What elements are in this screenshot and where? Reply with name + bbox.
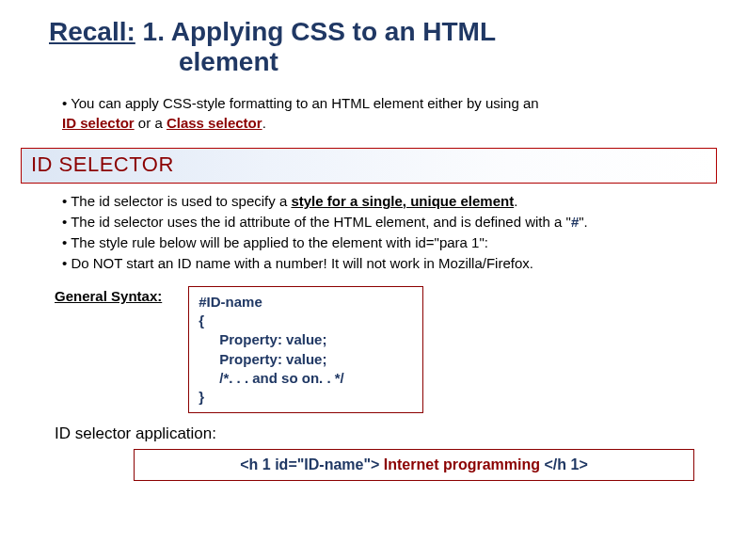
app-text: Internet programming xyxy=(384,456,545,472)
slide-title: Recall: 1. Applying CSS to an HTML eleme… xyxy=(49,17,713,77)
intro-pre: • You can apply CSS-style formatting to … xyxy=(62,95,539,111)
general-syntax-label: General Syntax: xyxy=(55,286,162,304)
bullet-4: • Do NOT start an ID name with a number!… xyxy=(62,253,713,273)
syntax-line-1: #ID-name xyxy=(199,294,262,310)
syntax-line-5: /*. . . and so on. . */ xyxy=(199,369,405,388)
bullet-3: • The style rule below will be applied t… xyxy=(62,232,713,252)
syntax-line-2: { xyxy=(199,312,204,328)
application-box: <h 1 id="ID-name"> Internet programming … xyxy=(134,449,694,481)
title-line2: element xyxy=(49,47,278,76)
title-rest: 1. Applying CSS to an HTML xyxy=(135,17,496,46)
hash-symbol: # xyxy=(571,214,579,230)
syntax-line-4: Property: value; xyxy=(199,350,405,369)
intro-end: . xyxy=(262,115,266,131)
app-tag-open: <h 1 id="ID-name"> xyxy=(240,456,384,472)
section-heading-box: ID SELECTOR xyxy=(21,148,717,184)
intro-paragraph: • You can apply CSS-style formatting to … xyxy=(62,94,713,133)
bullet-1-underline: style for a single, unique element xyxy=(291,193,514,209)
section-heading: ID SELECTOR xyxy=(31,152,707,177)
syntax-line-6: } xyxy=(199,389,204,405)
intro-mid: or a xyxy=(135,115,167,131)
id-selector-emph: ID selector xyxy=(62,115,135,131)
syntax-row: General Syntax: #ID-name { Property: val… xyxy=(55,286,713,414)
syntax-line-3: Property: value; xyxy=(199,330,405,349)
class-selector-emph: Class selector xyxy=(167,115,262,131)
application-label: ID selector application: xyxy=(55,424,713,443)
bullet-2: • The id selector uses the id attribute … xyxy=(62,212,713,232)
bullet-list: • The id selector is used to specify a s… xyxy=(62,191,713,273)
syntax-box: #ID-name { Property: value; Property: va… xyxy=(188,286,423,414)
slide-content: Recall: 1. Applying CSS to an HTML eleme… xyxy=(0,0,747,498)
app-tag-close: </h 1> xyxy=(545,456,588,472)
bullet-1: • The id selector is used to specify a s… xyxy=(62,191,713,211)
title-recall: Recall: xyxy=(49,17,135,46)
